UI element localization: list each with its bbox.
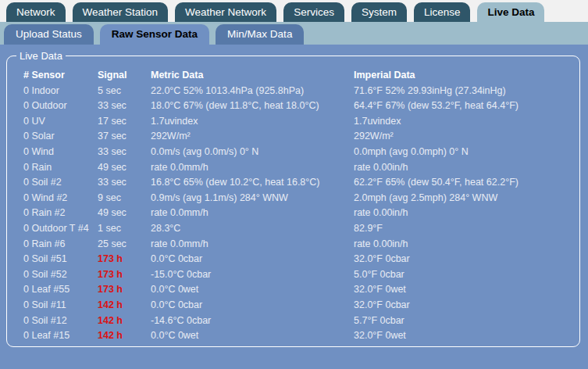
signal-cell: 33 sec [98,99,151,114]
metric-cell: 16.8°C 65% (dew 10.2°C, heat 16.8°C) [151,175,354,191]
tab-services[interactable]: Services [283,2,344,23]
table-row: 0 Soil #52 173 h -15.0°C 0cbar 5.0°F 0cb… [23,267,579,283]
tab-license[interactable]: License [414,2,471,23]
signal-cell-alert: 173 h [98,282,151,298]
metric-cell: rate 0.0mm/h [151,160,354,176]
sensor-cell: 0 Rain #2 [23,206,98,221]
table-row: 0 Soil #51 173 h 0.0°C 0cbar 32.0°F 0cba… [23,252,579,267]
tab-weather-station[interactable]: Weather Station [73,2,169,23]
signal-cell: 17 sec [98,114,151,130]
table-row: 0 Leaf #55 173 h 0.0°C 0wet 32.0°F 0wet [23,282,579,298]
sensor-cell: 0 Leaf #15 [23,328,98,344]
table-row: 0 Solar 37 sec 292W/m² 292W/m² [23,129,579,145]
imperial-cell: 1.7uvindex [354,114,579,130]
sensor-cell: 0 Soil #51 [23,252,98,267]
imperial-cell: 82.9°F [354,221,579,237]
table-row: 0 Rain #2 49 sec rate 0.0mm/h rate 0.00i… [23,206,579,221]
sensor-cell: 0 UV [23,114,98,130]
header-sensor: # Sensor [23,68,98,84]
metric-cell: -14.6°C 0cbar [151,313,354,329]
tab-weather-network[interactable]: Weather Network [175,2,276,23]
sensor-cell: 0 Outdoor T #4 [23,221,98,237]
sensor-cell: 0 Soil #11 [23,298,98,313]
sub-tab-bar: Upload Status Raw Sensor Data Min/Max Da… [0,22,588,45]
signal-cell-alert: 173 h [98,267,151,283]
main-tab-bar: Network Weather Station Weather Network … [0,0,588,22]
sensor-table: # Sensor Signal Metric Data Imperial Dat… [7,65,579,344]
imperial-cell: 32.0°F 0wet [354,282,579,298]
header-signal: Signal [98,68,151,84]
signal-cell: 49 sec [98,160,151,176]
sensor-cell: 0 Rain #6 [23,237,98,253]
sensor-cell: 0 Soil #2 [23,175,98,191]
sensor-cell: 0 Solar [23,129,98,145]
sensor-cell: 0 Wind #2 [23,191,98,206]
imperial-cell: 5.7°F 0cbar [354,313,579,329]
metric-cell: 292W/m² [151,129,354,145]
imperial-cell: 32.0°F 0wet [354,328,579,344]
signal-cell-alert: 142 h [98,313,151,329]
signal-cell: 33 sec [98,175,151,191]
metric-cell: 1.7uvindex [151,114,354,130]
table-row: 0 Leaf #15 142 h 0.0°C 0wet 32.0°F 0wet [23,328,579,344]
table-row: 0 Soil #2 33 sec 16.8°C 65% (dew 10.2°C,… [23,175,579,191]
header-imperial: Imperial Data [354,68,579,84]
metric-cell: 0.0°C 0cbar [151,298,354,313]
content-area: Live Data # Sensor Signal Metric Data Im… [0,45,588,369]
metric-cell: rate 0.0mm/h [151,237,354,253]
sensor-cell: 0 Indoor [23,84,98,99]
sensor-cell: 0 Leaf #55 [23,282,98,298]
sensor-cell: 0 Soil #52 [23,267,98,283]
tab-system[interactable]: System [351,2,407,23]
imperial-cell: 64.4°F 67% (dew 53.2°F, heat 64.4°F) [354,99,579,114]
imperial-cell: 5.0°F 0cbar [354,267,579,283]
signal-cell-alert: 142 h [98,298,151,313]
table-row: 0 Soil #11 142 h 0.0°C 0cbar 32.0°F 0cba… [23,298,579,313]
signal-cell: 5 sec [98,84,151,99]
metric-cell: 0.0°C 0cbar [151,252,354,267]
imperial-cell: rate 0.00in/h [354,160,579,176]
tab-upload-status[interactable]: Upload Status [4,24,94,45]
signal-cell-alert: 173 h [98,252,151,267]
imperial-cell: 62.2°F 65% (dew 50.4°F, heat 62.2°F) [354,175,579,191]
signal-cell: 33 sec [98,145,151,160]
imperial-cell: 2.0mph (avg 2.5mph) 284° WNW [354,191,579,206]
live-data-panel: Live Data # Sensor Signal Metric Data Im… [6,50,580,347]
metric-cell: 0.0°C 0wet [151,328,354,344]
sensor-cell: 0 Soil #12 [23,313,98,329]
signal-cell: 1 sec [98,221,151,237]
tab-raw-sensor-data[interactable]: Raw Sensor Data [100,24,209,45]
metric-cell: 28.3°C [151,221,354,237]
metric-cell: 0.9m/s (avg 1.1m/s) 284° WNW [151,191,354,206]
tab-live-data[interactable]: Live Data [477,2,544,23]
metric-cell: 18.0°C 67% (dew 11.8°C, heat 18.0°C) [151,99,354,114]
table-row: 0 Indoor 5 sec 22.0°C 52% 1013.4hPa (925… [23,84,579,99]
signal-cell: 25 sec [98,237,151,253]
metric-cell: 22.0°C 52% 1013.4hPa (925.8hPa) [151,84,354,99]
signal-cell: 37 sec [98,129,151,145]
live-data-legend: Live Data [16,50,66,62]
table-row: 0 Soil #12 142 h -14.6°C 0cbar 5.7°F 0cb… [23,313,579,329]
metric-cell: 0.0°C 0wet [151,282,354,298]
sensor-cell: 0 Rain [23,160,98,176]
imperial-cell: rate 0.00in/h [354,206,579,221]
tab-min-max-data[interactable]: Min/Max Data [216,24,304,45]
header-metric: Metric Data [151,68,354,84]
table-row: 0 Wind 33 sec 0.0m/s (avg 0.0m/s) 0° N 0… [23,145,579,160]
imperial-cell: rate 0.00in/h [354,237,579,253]
imperial-cell: 292W/m² [354,129,579,145]
sensor-cell: 0 Wind [23,145,98,160]
metric-cell: 0.0m/s (avg 0.0m/s) 0° N [151,145,354,160]
signal-cell: 9 sec [98,191,151,206]
tab-network[interactable]: Network [6,2,66,23]
signal-cell-alert: 142 h [98,328,151,344]
table-row: 0 Rain #6 25 sec rate 0.0mm/h rate 0.00i… [23,237,579,253]
metric-cell: -15.0°C 0cbar [151,267,354,283]
table-row: 0 UV 17 sec 1.7uvindex 1.7uvindex [23,114,579,130]
metric-cell: rate 0.0mm/h [151,206,354,221]
sensor-cell: 0 Outdoor [23,99,98,114]
imperial-cell: 0.0mph (avg 0.0mph) 0° N [354,145,579,160]
table-row: 0 Wind #2 9 sec 0.9m/s (avg 1.1m/s) 284°… [23,191,579,206]
table-row: 0 Rain 49 sec rate 0.0mm/h rate 0.00in/h [23,160,579,176]
table-row: 0 Outdoor 33 sec 18.0°C 67% (dew 11.8°C,… [23,99,579,114]
